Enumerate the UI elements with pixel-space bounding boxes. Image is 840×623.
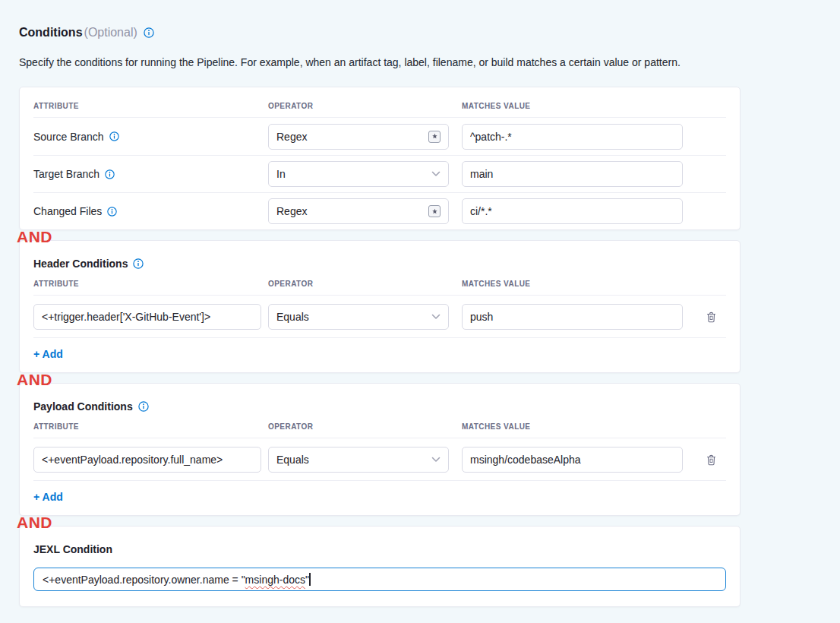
table-row: Equals [33, 438, 726, 481]
optional-label: (Optional) [84, 26, 137, 40]
operator-value: Equals [276, 311, 309, 323]
add-payload-condition-button[interactable]: + Add [33, 491, 63, 503]
operator-select-target-branch[interactable]: In [268, 161, 449, 187]
table-row: Equals [33, 296, 726, 338]
operator-select-payload-condition[interactable]: Equals [268, 447, 449, 473]
table-row: Changed Files Regex [33, 192, 726, 229]
row-label-target-branch: Target Branch [33, 168, 268, 180]
delete-row-button[interactable] [703, 451, 719, 468]
conditions-panel: Conditions (Optional) Specify the condit… [0, 0, 840, 623]
matches-value-input-payload-condition[interactable] [462, 447, 683, 473]
operator-value: Regex [276, 131, 307, 143]
and-separator: AND [17, 370, 70, 390]
chevron-down-icon [431, 457, 441, 463]
row-label-source-branch: Source Branch [33, 131, 268, 143]
branch-conditions-card: ATTRIBUTE OPERATOR MATCHES VALUE Source … [19, 87, 741, 230]
info-icon[interactable] [133, 258, 144, 269]
header-conditions-card: Header Conditions ATTRIBUTE OPERATOR MAT… [19, 240, 741, 373]
jexl-condition-card: JEXL Condition <+eventPayload.repository… [19, 526, 741, 607]
column-header-attribute: ATTRIBUTE [33, 102, 268, 117]
operator-value: Regex [276, 205, 307, 217]
card-title-row: Payload Conditions [33, 384, 726, 413]
section-heading: Conditions (Optional) [19, 26, 840, 40]
matches-value-input-header-condition[interactable] [462, 304, 683, 330]
delete-row-button[interactable] [703, 308, 719, 325]
payload-conditions-card: Payload Conditions ATTRIBUTE OPERATOR MA… [19, 383, 741, 516]
column-header-operator: OPERATOR [268, 422, 449, 438]
jexl-condition-title: JEXL Condition [33, 543, 112, 555]
trash-icon [706, 454, 717, 466]
info-icon[interactable] [138, 401, 149, 412]
operator-value: In [276, 168, 286, 180]
attribute-input-payload-condition[interactable] [33, 447, 261, 473]
table-header-row: ATTRIBUTE OPERATOR MATCHES VALUE [33, 87, 726, 118]
header-conditions-title: Header Conditions [33, 258, 128, 270]
card-title-row: JEXL Condition [33, 527, 726, 555]
matches-value-input-changed-files[interactable] [462, 198, 683, 224]
row-label-text: Source Branch [33, 131, 104, 143]
table-row: Target Branch In [33, 155, 726, 192]
column-header-attribute: ATTRIBUTE [33, 280, 261, 295]
row-label-changed-files: Changed Files [33, 205, 268, 217]
operator-value: Equals [276, 454, 309, 466]
column-header-matches-value: MATCHES VALUE [462, 102, 683, 117]
section-description: Specify the conditions for running the P… [19, 56, 733, 68]
text-cursor [309, 573, 311, 586]
add-header-condition-button[interactable]: + Add [33, 348, 63, 360]
table-header-row: ATTRIBUTE OPERATOR MATCHES VALUE [33, 270, 726, 296]
card-title-row: Header Conditions [33, 241, 726, 270]
info-icon[interactable] [109, 131, 119, 141]
jexl-value-suffix: " [305, 574, 309, 586]
jexl-value-misspelled: msingh-docs [245, 574, 305, 586]
info-icon[interactable] [105, 169, 115, 179]
jexl-condition-input[interactable]: <+eventPayload.repository.owner.name = "… [33, 568, 726, 591]
chevron-down-icon [431, 171, 441, 177]
column-header-matches-value: MATCHES VALUE [462, 280, 683, 295]
row-label-text: Target Branch [33, 168, 99, 180]
info-icon[interactable] [144, 27, 154, 38]
matches-value-input-target-branch[interactable] [462, 161, 683, 187]
operator-select-header-condition[interactable]: Equals [268, 304, 449, 330]
info-icon[interactable] [107, 207, 117, 217]
column-header-operator: OPERATOR [268, 280, 449, 295]
operator-select-changed-files[interactable]: Regex [268, 198, 449, 224]
jexl-value-prefix: <+eventPayload.repository.owner.name = " [43, 574, 245, 586]
trash-icon [706, 311, 717, 323]
column-header-matches-value: MATCHES VALUE [462, 422, 683, 438]
row-label-text: Changed Files [33, 205, 102, 217]
and-separator: AND [17, 513, 70, 533]
table-row: Source Branch Regex [33, 118, 726, 155]
table-header-row: ATTRIBUTE OPERATOR MATCHES VALUE [33, 413, 726, 438]
column-header-attribute: ATTRIBUTE [33, 422, 261, 438]
fixed-input-type-icon[interactable] [428, 205, 441, 217]
payload-conditions-title: Payload Conditions [33, 400, 133, 413]
fixed-input-type-icon[interactable] [428, 131, 441, 143]
and-separator: AND [17, 227, 70, 247]
chevron-down-icon [431, 314, 441, 320]
matches-value-input-source-branch[interactable] [462, 124, 683, 150]
operator-select-source-branch[interactable]: Regex [268, 124, 449, 150]
attribute-input-header-condition[interactable] [33, 304, 261, 330]
column-header-operator: OPERATOR [268, 102, 449, 117]
page-title: Conditions [19, 26, 83, 40]
